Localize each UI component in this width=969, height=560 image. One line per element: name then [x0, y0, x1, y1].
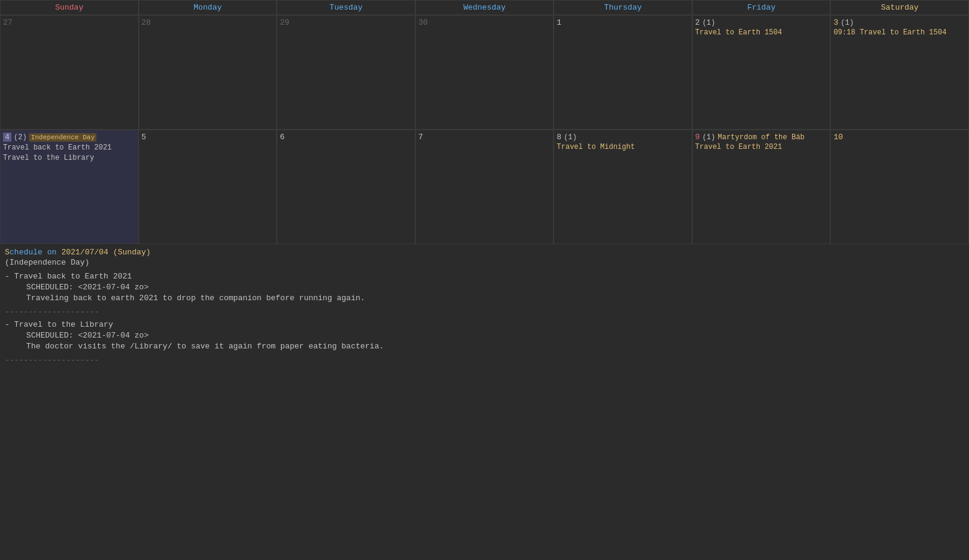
cell-date-1: 1 — [557, 18, 689, 27]
header-thursday: Thursday — [554, 0, 692, 15]
cell-event-8-1[interactable]: Travel to Midnight — [557, 143, 689, 151]
cell-event-count-8: (1) — [564, 133, 577, 142]
calendar-cell-30[interactable]: 30 — [415, 15, 554, 130]
cell-event-count-9: (1) — [702, 133, 716, 142]
header-sunday: Sunday — [0, 0, 139, 15]
schedule-date: 2021/07/04 — [62, 248, 109, 257]
schedule-entry-2: - Travel to the Library SCHEDULED: <2021… — [5, 320, 964, 351]
cell-event-count-2: (1) — [702, 19, 716, 27]
cell-date-6: 6 — [280, 133, 412, 142]
calendar-cell-3[interactable]: 3 (1) 09:18 Travel to Earth 1504 — [830, 15, 969, 130]
header-tuesday: Tuesday — [277, 0, 415, 15]
cell-date-27: 27 — [3, 18, 136, 27]
entry-2-scheduled: SCHEDULED: <2021-07-04 zo> — [17, 331, 964, 340]
cell-date-4: 4 — [3, 133, 11, 142]
cell-date-row-2: 2 (1) — [695, 18, 828, 28]
calendar-cell-10[interactable]: 10 — [830, 130, 969, 244]
schedule-cursor: S — [5, 248, 10, 257]
schedule-section: Schedule on 2021/07/04 (Sunday) (Indepen… — [0, 244, 969, 560]
calendar-cell-29[interactable]: 29 — [277, 15, 415, 130]
entry-1-desc: Traveling back to earth 2021 to drop the… — [17, 294, 964, 303]
calendar-cell-27[interactable]: 27 — [0, 15, 139, 130]
cell-event-2-1[interactable]: Travel to Earth 1504 — [695, 28, 828, 37]
separator-1: -------------------- — [5, 307, 964, 316]
cell-date-7: 7 — [418, 133, 551, 142]
week1-grid: 27 28 29 30 1 2 (1) Travel to Earth 1504 — [0, 15, 969, 130]
cell-holiday-9: Martyrdom of the Báb — [718, 133, 804, 142]
cell-event-3-1[interactable]: 09:18 Travel to Earth 1504 — [833, 28, 966, 37]
cell-date-8: 8 — [557, 133, 561, 142]
cell-date-5: 5 — [142, 133, 274, 142]
calendar-cell-9[interactable]: 9 (1) Martyrdom of the Báb Travel to Ear… — [692, 130, 831, 244]
entry-2-desc: The doctor visits the /Library/ to save … — [17, 342, 964, 351]
header-friday: Friday — [692, 0, 831, 15]
header-saturday: Saturday — [830, 0, 969, 15]
entry-1-title: - Travel back to Earth 2021 — [5, 272, 964, 281]
calendar-header: Sunday Monday Tuesday Wednesday Thursday… — [0, 0, 969, 15]
week2-grid: 4 (2) Independence Day Travel back to Ea… — [0, 130, 969, 244]
cell-date-row-9: 9 (1) Martyrdom of the Báb — [695, 133, 828, 143]
header-wednesday: Wednesday — [415, 0, 554, 15]
cell-date-3: 3 — [833, 18, 838, 27]
calendar-cell-8[interactable]: 8 (1) Travel to Midnight — [554, 130, 692, 244]
calendar-cell-4[interactable]: 4 (2) Independence Day Travel back to Ea… — [0, 130, 139, 244]
cell-date-2: 2 — [695, 18, 700, 27]
header-monday: Monday — [139, 0, 277, 15]
cell-event-4-1[interactable]: Travel back to Earth 2021 — [3, 143, 136, 153]
entry-2-title: - Travel to the Library — [5, 320, 964, 329]
cell-date-10: 10 — [833, 133, 966, 142]
calendar-container: Sunday Monday Tuesday Wednesday Thursday… — [0, 0, 969, 560]
cell-date-row-3: 3 (1) — [833, 18, 966, 28]
calendar-cell-7[interactable]: 7 — [415, 130, 554, 244]
cell-event-count-4: (2) — [14, 133, 27, 142]
cell-date-30: 30 — [418, 18, 551, 27]
cell-event-count-3: (1) — [841, 19, 854, 27]
cell-date-row-4: 4 (2) Independence Day — [3, 133, 136, 143]
cell-event-4-2[interactable]: Travel to the Library — [3, 153, 136, 163]
cell-date-row-8: 8 (1) — [557, 133, 689, 143]
calendar-cell-28[interactable]: 28 — [139, 15, 277, 130]
cell-date-29: 29 — [280, 18, 412, 27]
entry-1-scheduled: SCHEDULED: <2021-07-04 zo> — [17, 283, 964, 292]
calendar-cell-1[interactable]: 1 — [554, 15, 692, 130]
cell-date-9: 9 — [695, 133, 700, 142]
calendar-cell-6[interactable]: 6 — [277, 130, 415, 244]
schedule-subtitle: (Independence Day) — [5, 258, 964, 267]
calendar-cell-5[interactable]: 5 — [139, 130, 277, 244]
cell-event-9-1[interactable]: Travel to Earth 2021 — [695, 143, 828, 151]
schedule-title: Schedule on 2021/07/04 (Sunday) — [5, 248, 964, 257]
schedule-day: (Sunday) — [113, 248, 150, 257]
separator-2: -------------------- — [5, 356, 964, 365]
schedule-entry-1: - Travel back to Earth 2021 SCHEDULED: <… — [5, 272, 964, 303]
calendar-cell-2[interactable]: 2 (1) Travel to Earth 1504 — [692, 15, 831, 130]
cell-date-28: 28 — [142, 18, 274, 27]
cell-holiday-4: Independence Day — [29, 133, 96, 142]
